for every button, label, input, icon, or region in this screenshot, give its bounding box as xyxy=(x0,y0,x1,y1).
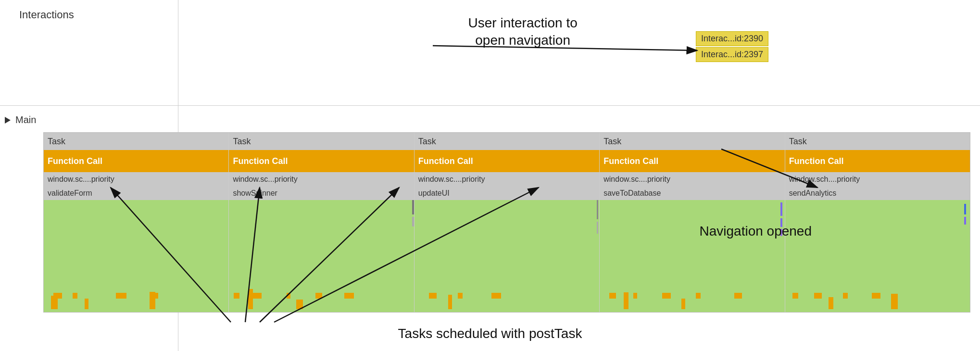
annotation-nav-opened: Navigation opened xyxy=(699,224,812,239)
thin-line-blue xyxy=(964,204,966,214)
mini-bar xyxy=(429,293,437,299)
mini-bar xyxy=(458,293,463,299)
func-name-bar-2: showSpinner xyxy=(229,187,414,200)
func-name-bar-1: validateForm xyxy=(44,187,228,200)
thin-line xyxy=(597,222,598,234)
mini-bar xyxy=(344,293,354,299)
mini-bar xyxy=(315,293,322,299)
mini-bar xyxy=(792,293,798,299)
tall-bar xyxy=(624,292,628,309)
func-name-bar-4: saveToDatabase xyxy=(600,187,784,200)
function-call-bar-1: Function Call xyxy=(44,150,228,172)
panel-divider xyxy=(178,0,178,105)
tall-bar xyxy=(681,299,685,309)
interactions-label: Interactions xyxy=(19,9,74,21)
window-sc-bar-4: window.sc....priority xyxy=(600,172,784,187)
top-section: Interactions User interaction to open na… xyxy=(0,0,980,106)
thin-line xyxy=(412,200,414,214)
task-header-5: Task xyxy=(785,133,970,150)
tall-bar xyxy=(829,297,833,309)
function-call-bar-4: Function Call xyxy=(600,150,784,172)
green-section-2 xyxy=(229,200,414,312)
task-column-3: Task Function Call window.sc....priority… xyxy=(415,133,600,312)
task-header-1: Task xyxy=(44,133,228,150)
tall-bar xyxy=(248,289,253,309)
annotation-user-interaction: User interaction to open navigation xyxy=(468,14,578,50)
task-column-2: Task Function Call window.sc...priority … xyxy=(229,133,414,312)
mini-bar xyxy=(234,293,239,299)
mini-bar xyxy=(843,293,848,299)
mini-bar xyxy=(609,293,616,299)
func-name-bar-5: sendAnalytics xyxy=(785,187,970,200)
mini-bar xyxy=(73,293,77,299)
task-header-4: Task xyxy=(600,133,784,150)
tasks-container: Task Function Call window.sc....priority… xyxy=(43,132,970,313)
task-column-4: Task Function Call window.sc....priority… xyxy=(600,133,785,312)
main-label-text: Main xyxy=(15,114,36,125)
mini-bar xyxy=(734,293,742,299)
mini-bar xyxy=(696,293,701,299)
mini-bar xyxy=(491,293,501,299)
tall-bar xyxy=(448,295,452,309)
task-header-3: Task xyxy=(415,133,599,150)
tall-bar xyxy=(296,300,303,309)
task-column-5: Task Function Call window.sch....priorit… xyxy=(785,133,970,312)
thin-line xyxy=(597,200,598,219)
green-section-1 xyxy=(44,200,228,312)
window-sc-bar-1: window.sc....priority xyxy=(44,172,228,187)
window-sc-bar-5: window.sch....priority xyxy=(785,172,970,187)
tall-bar xyxy=(51,296,58,309)
mini-bar xyxy=(633,293,637,299)
mini-bar xyxy=(872,293,880,299)
function-call-bar-5: Function Call xyxy=(785,150,970,172)
window-sc-bar-2: window.sc...priority xyxy=(229,172,414,187)
tall-bar xyxy=(891,294,898,309)
mini-bar xyxy=(287,293,290,299)
green-section-3 xyxy=(415,200,599,312)
triangle-icon xyxy=(5,117,11,124)
annotation-tasks-scheduled: Tasks scheduled with postTask xyxy=(398,326,582,341)
interaction-badges: Interac...id:2390 Interac...id:2397 xyxy=(696,31,768,62)
tall-bar xyxy=(150,292,155,309)
mini-bar xyxy=(253,293,262,299)
thin-line xyxy=(412,217,414,226)
main-container: Interactions User interaction to open na… xyxy=(0,0,980,351)
mini-bar xyxy=(814,293,822,299)
bottom-section: Main Task Function Call window.sc....pri… xyxy=(0,106,980,351)
mini-bar xyxy=(116,293,126,299)
tall-bar xyxy=(85,299,88,309)
main-label: Main xyxy=(5,114,36,125)
task-column-1: Task Function Call window.sc....priority… xyxy=(44,133,229,312)
thin-line-purple xyxy=(964,217,966,225)
thin-line-purple xyxy=(780,202,782,216)
task-header-2: Task xyxy=(229,133,414,150)
function-call-bar-2: Function Call xyxy=(229,150,414,172)
mini-bar xyxy=(662,293,671,299)
green-section-4 xyxy=(600,200,784,312)
green-section-5 xyxy=(785,200,970,312)
interaction-badge-1: Interac...id:2390 xyxy=(696,31,768,46)
func-name-bar-3: updateUI xyxy=(415,187,599,200)
interaction-badge-2: Interac...id:2397 xyxy=(696,47,768,62)
function-call-bar-3: Function Call xyxy=(415,150,599,172)
window-sc-bar-3: window.sc....priority xyxy=(415,172,599,187)
